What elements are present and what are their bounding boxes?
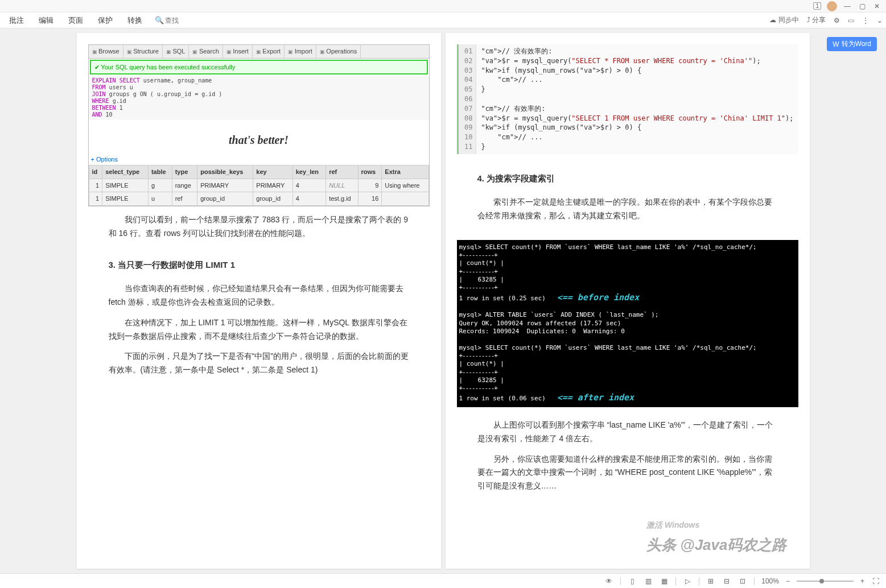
user-avatar[interactable] — [827, 1, 837, 11]
gear-icon[interactable]: ⚙ — [834, 16, 840, 24]
menu-edit[interactable]: 编辑 — [33, 13, 59, 28]
menubar: 批注 编辑 页面 保护 转换 🔍 ☁ 同步中 ⤴ 分享 ⚙ ▭ ⋮ ⌄ — [0, 13, 886, 28]
close-icon[interactable]: ✕ — [872, 2, 881, 11]
search-input[interactable] — [165, 16, 188, 24]
search-box[interactable]: 🔍 — [151, 13, 191, 28]
menu-left: 批注 编辑 页面 保护 转换 🔍 — [3, 13, 191, 28]
maximize-icon[interactable]: ▢ — [858, 2, 867, 11]
menu-convert[interactable]: 转换 — [122, 13, 148, 28]
minimize-icon[interactable]: — — [843, 2, 852, 11]
tab-count-badge: 1 — [813, 2, 821, 10]
chevron-down-icon[interactable]: ⌄ — [877, 16, 883, 24]
search-icon: 🔍 — [155, 16, 164, 24]
sync-status[interactable]: ☁ 同步中 — [769, 15, 798, 25]
share-button[interactable]: ⤴ 分享 — [807, 15, 826, 25]
menu-right: ☁ 同步中 ⤴ 分享 ⚙ ▭ ⋮ ⌄ — [769, 15, 883, 25]
menu-page[interactable]: 页面 — [63, 13, 89, 28]
window-icon[interactable]: ▭ — [848, 16, 854, 24]
window-titlebar: 1 — ▢ ✕ — [0, 0, 886, 13]
menu-annotate[interactable]: 批注 — [3, 13, 30, 28]
more-icon[interactable]: ⋮ — [862, 16, 869, 24]
menu-protect[interactable]: 保护 — [92, 13, 118, 28]
